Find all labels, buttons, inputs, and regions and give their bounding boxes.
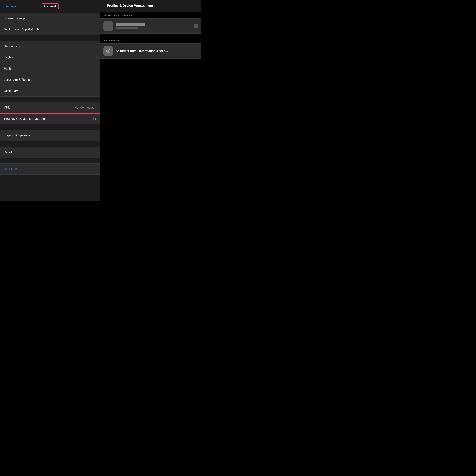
separator-2 — [0, 97, 100, 102]
vpn-label: VPN — [4, 106, 10, 110]
downloaded-profile-header: DOWNLOADED PROFILE — [101, 12, 201, 18]
chevron-left-icon: ‹ — [3, 4, 4, 8]
date-time-label: Date & Time — [4, 44, 21, 48]
profile-name-bar — [116, 23, 145, 26]
chevron-right-icon: › — [96, 45, 97, 48]
page-title: General — [42, 3, 59, 9]
vpn-section: VPN Not Connected › Profiles & Device Ma… — [0, 102, 100, 124]
chevron-right-icon: › — [96, 28, 97, 31]
separator-5 — [0, 158, 100, 163]
keyboard-label: Keyboard — [4, 56, 17, 59]
right-empty-content — [101, 59, 201, 201]
iphone-storage-right: › — [96, 17, 97, 20]
language-region-item[interactable]: Language & Region › — [0, 74, 100, 85]
back-label[interactable]: Settings — [5, 4, 16, 8]
legal-regulatory-item[interactable]: Legal & Regulatory › — [0, 130, 100, 141]
dictionary-label: Dictionary — [4, 89, 18, 93]
chevron-right-icon: › — [96, 89, 97, 93]
keyboard-item[interactable]: Keyboard › — [0, 52, 100, 63]
profile-sub-bar — [116, 27, 138, 29]
middle-section: Date & Time › Keyboard › Fonts › Languag… — [0, 41, 100, 97]
svg-point-2 — [107, 50, 109, 52]
separator-1 — [0, 35, 100, 41]
enterprise-name: Shanghai Humu information & tech... — [116, 49, 194, 53]
chevron-right-icon: › — [96, 78, 97, 82]
dictionary-item[interactable]: Dictionary › — [0, 85, 100, 97]
shut-down-item[interactable]: Shut Down — [0, 163, 100, 175]
chevron-right-icon: › — [95, 117, 96, 120]
background-refresh-item[interactable]: Background App Refresh › — [0, 24, 100, 35]
chevron-right-icon: › — [96, 56, 97, 59]
bottom-section: Legal & Regulatory › — [0, 130, 100, 141]
fonts-item[interactable]: Fonts › — [0, 63, 100, 74]
chevron-right-icon: › — [96, 17, 97, 20]
chevron-right-icon: › — [96, 151, 97, 154]
chevron-right-icon: › — [96, 134, 97, 137]
shut-down-label: Shut Down — [4, 167, 19, 171]
chevron-right-icon: › — [96, 67, 97, 70]
enterprise-app-header: ENTERPRISE APP — [101, 37, 201, 43]
legal-regulatory-label: Legal & Regulatory — [4, 134, 31, 137]
right-page-title: Profiles & Device Management — [107, 4, 153, 8]
vpn-item[interactable]: VPN Not Connected › — [0, 102, 100, 113]
vpn-right: Not Connected › — [75, 106, 97, 109]
language-region-label: Language & Region — [4, 78, 32, 82]
right-nav-bar: ‹ Profiles & Device Management — [101, 0, 201, 12]
right-back-button[interactable]: ‹ — [103, 3, 105, 8]
background-refresh-label: Background App Refresh — [4, 28, 39, 32]
left-panel: ‹ Settings General iPhone Storage › Back… — [0, 0, 101, 201]
profile-icon — [103, 21, 113, 31]
left-nav-bar: ‹ Settings General — [0, 0, 100, 13]
settings-back-button[interactable]: ‹ Settings — [3, 4, 16, 8]
profiles-right: 2 › — [92, 117, 96, 120]
chevron-right-icon: › — [197, 49, 198, 53]
enterprise-icon — [103, 46, 113, 56]
fonts-label: Fonts — [4, 67, 12, 70]
background-refresh-right: › — [96, 28, 97, 31]
profile-info — [116, 23, 191, 29]
top-section: iPhone Storage › Background App Refresh … — [0, 13, 100, 35]
iphone-storage-item[interactable]: iPhone Storage › — [0, 13, 100, 24]
iphone-storage-label: iPhone Storage — [4, 17, 25, 20]
date-time-item[interactable]: Date & Time › — [0, 41, 100, 52]
profiles-label: Profiles & Device Management — [4, 117, 47, 121]
profiles-count: 2 — [92, 117, 94, 120]
chevron-right-icon: › — [96, 106, 97, 109]
profiles-device-management-item[interactable]: Profiles & Device Management 2 › — [0, 113, 100, 124]
downloaded-profile-item[interactable] — [101, 18, 201, 34]
enterprise-app-item[interactable]: Shanghai Humu information & tech... › — [101, 43, 201, 59]
separator-4 — [0, 141, 100, 147]
reset-section: Reset › — [0, 147, 100, 158]
separator-3 — [0, 124, 100, 130]
right-panel: ‹ Profiles & Device Management DOWNLOADE… — [101, 0, 201, 201]
profile-badge — [194, 24, 198, 28]
reset-label: Reset — [4, 151, 12, 154]
vpn-status: Not Connected — [75, 106, 94, 109]
reset-item[interactable]: Reset › — [0, 147, 100, 158]
